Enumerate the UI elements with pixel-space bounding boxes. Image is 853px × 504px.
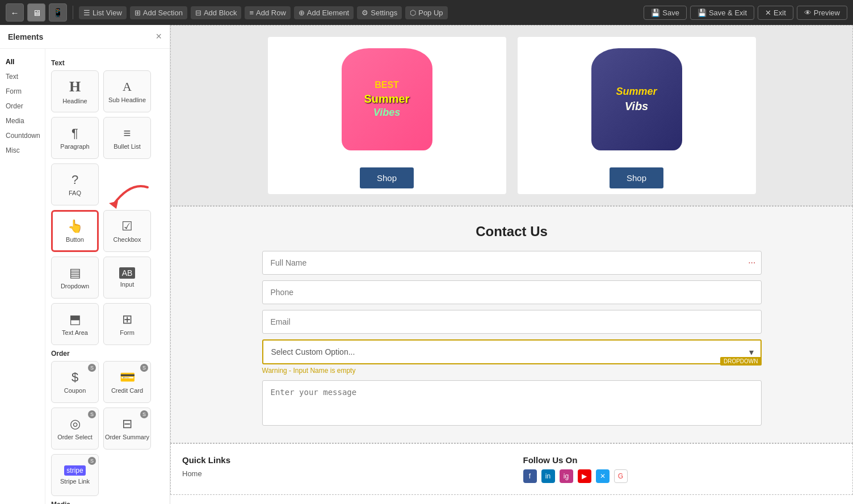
shop-button-2[interactable]: Shop <box>610 167 663 188</box>
sub-headline-label: Sub Headline <box>108 96 146 103</box>
main-area: Elements × All Text Form Order Media Cou… <box>0 25 853 504</box>
elements-nav: All Text Form Order Media Countdown Misc <box>0 49 45 504</box>
element-credit-card[interactable]: S 💳 Credit Card <box>103 361 151 403</box>
social-facebook[interactable]: f <box>523 469 537 483</box>
element-order-summary[interactable]: S ⊟ Order Summary <box>103 408 151 450</box>
email-input[interactable] <box>262 310 762 334</box>
settings-button[interactable]: ⚙ Settings <box>357 6 402 19</box>
nav-item-media[interactable]: Media <box>0 114 45 128</box>
back-button[interactable]: ← <box>6 3 24 22</box>
panel-header: Elements × <box>0 25 170 49</box>
phone-input[interactable] <box>262 280 762 304</box>
add-element-button[interactable]: ⊕ Add Element <box>294 6 354 19</box>
element-order-select[interactable]: S ◎ Order Select <box>51 408 99 450</box>
textarea-icon: ⬒ <box>69 312 81 327</box>
footer-link-home[interactable]: Home <box>182 469 501 478</box>
add-section-icon: ⊞ <box>135 9 141 17</box>
preview-button[interactable]: 👁 Preview <box>797 6 847 20</box>
order-select-icon: ◎ <box>70 417 81 431</box>
add-section-button[interactable]: ⊞ Add Section <box>130 6 187 19</box>
add-row-button[interactable]: ≡ Add Row <box>245 6 290 19</box>
element-textarea[interactable]: ⬒ Text Area <box>51 303 99 345</box>
order-summary-label: Order Summary <box>105 434 149 440</box>
elements-panel: Elements × All Text Form Order Media Cou… <box>0 25 170 504</box>
button-label: Button <box>66 236 84 243</box>
element-input[interactable]: AB Input <box>103 257 151 299</box>
element-checkbox[interactable]: ☑ Checkbox <box>103 210 151 252</box>
dropdown-icon: ▤ <box>69 266 81 280</box>
mobile-icon: 📱 <box>53 7 64 18</box>
bullet-list-icon: ≡ <box>124 126 131 141</box>
nav-item-order[interactable]: Order <box>0 99 45 114</box>
element-stripe-link[interactable]: S stripe Stripe Link <box>51 454 99 496</box>
form-label: Form <box>120 329 135 336</box>
dropdown-row: Select Custom Option... ▾ DROPDOWN <box>262 339 762 364</box>
contact-title: Contact Us <box>182 224 841 240</box>
save-icon: 💾 <box>651 9 660 17</box>
desktop-view-button[interactable]: 🖥 <box>27 3 45 22</box>
media-section-label: Media <box>51 501 164 504</box>
social-google[interactable]: G <box>614 469 628 483</box>
custom-option-select[interactable]: Select Custom Option... <box>262 339 762 364</box>
fullname-row: ··· <box>262 251 762 275</box>
tshirt-purple: Summer Vibs <box>591 48 682 150</box>
fullname-input[interactable] <box>262 251 762 275</box>
headline-label: Headline <box>62 98 87 104</box>
credit-card-badge: S <box>140 364 148 372</box>
element-sub-headline[interactable]: A Sub Headline <box>103 70 151 112</box>
exit-button[interactable]: ✕ Exit <box>758 6 793 20</box>
social-youtube[interactable]: ▶ <box>578 469 591 483</box>
element-dropdown[interactable]: ▤ Dropdown <box>51 257 99 299</box>
form-icon: ⊞ <box>122 312 132 327</box>
element-faq[interactable]: ? FAQ <box>51 163 99 205</box>
element-paragraph[interactable]: ¶ Paragraph <box>51 117 99 159</box>
mobile-view-button[interactable]: 📱 <box>49 3 67 22</box>
toolbar-separator <box>73 6 73 19</box>
panel-close-button[interactable]: × <box>156 31 162 43</box>
warning-text: Warning - Input Name is empty <box>262 367 762 375</box>
nav-item-form[interactable]: Form <box>0 84 45 99</box>
social-instagram[interactable]: ig <box>560 469 573 483</box>
save-button[interactable]: 💾 Save <box>644 6 687 20</box>
list-view-button[interactable]: ☰ List View <box>79 6 127 19</box>
nav-item-all[interactable]: All <box>0 54 45 69</box>
element-headline[interactable]: H Headline <box>51 70 99 112</box>
follow-title: Follow Us On <box>523 455 842 465</box>
message-textarea[interactable] <box>262 380 762 426</box>
shop-button-1[interactable]: Shop <box>360 167 414 188</box>
stripe-link-label: Stripe Link <box>60 478 90 485</box>
add-block-icon: ⊟ <box>195 9 201 17</box>
faq-icon: ? <box>72 173 78 187</box>
element-form[interactable]: ⊞ Form <box>103 303 151 345</box>
top-toolbar: ← 🖥 📱 ☰ List View ⊞ Add Section ⊟ Add Bl… <box>0 0 853 25</box>
coupon-badge: S <box>88 364 96 372</box>
tshirt-pink-text: BEST Summer Vibes <box>364 79 409 119</box>
input-label: Input <box>120 281 134 288</box>
add-element-icon: ⊕ <box>299 9 305 17</box>
nav-item-countdown[interactable]: Countdown <box>0 128 45 143</box>
text-elements-row-3: ? FAQ <box>51 163 164 205</box>
form-elements-row-2: ▤ Dropdown AB Input <box>51 257 164 299</box>
credit-card-label: Credit Card <box>111 387 143 394</box>
nav-item-misc[interactable]: Misc <box>0 143 45 158</box>
popup-button[interactable]: ⬡ Pop Up <box>405 6 447 19</box>
element-coupon[interactable]: S $ Coupon <box>51 361 99 403</box>
social-twitter[interactable]: ✕ <box>596 469 610 483</box>
coupon-label: Coupon <box>64 387 86 394</box>
save-exit-button[interactable]: 💾 Save & Exit <box>690 6 754 20</box>
social-linkedin[interactable]: in <box>541 469 555 483</box>
back-icon: ← <box>11 8 19 18</box>
order-elements-row-2: S ◎ Order Select S ⊟ Order Summary <box>51 408 164 450</box>
stripe-link-icon: stripe <box>64 465 85 476</box>
checkbox-icon: ☑ <box>121 219 133 234</box>
desktop-icon: 🖥 <box>32 8 41 18</box>
element-bullet-list[interactable]: ≡ Bullet List <box>103 117 151 159</box>
nav-item-text[interactable]: Text <box>0 69 45 84</box>
coupon-icon: $ <box>72 370 78 385</box>
input-icon: AB <box>119 267 136 279</box>
footer-follow: Follow Us On f in ig ▶ ✕ G <box>523 455 842 483</box>
order-summary-badge: S <box>140 410 148 418</box>
social-icons: f in ig ▶ ✕ G <box>523 469 842 483</box>
element-button[interactable]: 👆 Button <box>51 210 99 252</box>
add-block-button[interactable]: ⊟ Add Block <box>191 6 242 19</box>
